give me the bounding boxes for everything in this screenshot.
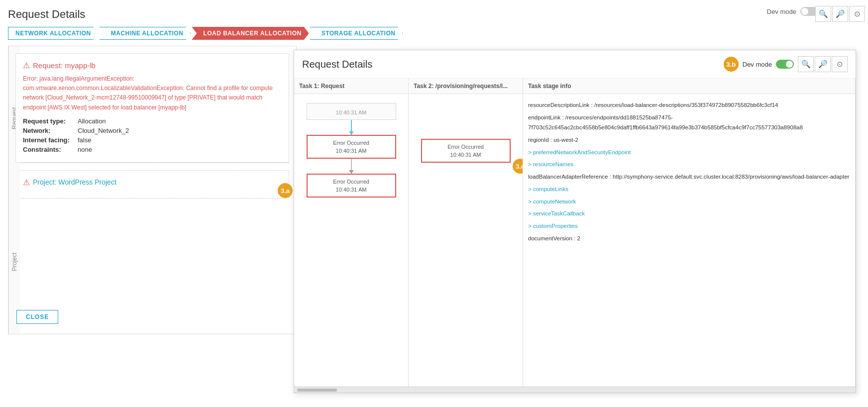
request-section: 3.a ⚠ Request: myapp-lb Error: java.lang… bbox=[15, 53, 289, 163]
info-internet-facing: Internet facing: false bbox=[23, 136, 282, 144]
task2-flow: 3.c Error Occurred 10:40:31 AM bbox=[409, 134, 523, 168]
breadcrumb-loadbalancer[interactable]: LOAD BALANCER ALLOCATION bbox=[192, 27, 309, 40]
page-title: Request Details bbox=[8, 8, 860, 21]
section-divider bbox=[15, 163, 289, 163]
task1-box1-title: Error Occurred bbox=[313, 140, 390, 146]
task1-box-0[interactable]: 10:40:31 AM bbox=[307, 103, 396, 120]
overlay-dev-mode-toggle[interactable] bbox=[776, 60, 794, 69]
overlay-zoom-fit-button[interactable]: 🔎 bbox=[815, 56, 831, 72]
stage-line-1: endpointLink : /resources/endpoints/dd18… bbox=[528, 111, 850, 134]
task1-box2-title: Error Occurred bbox=[313, 179, 390, 185]
stage-expandable-2[interactable]: computeLinks bbox=[528, 183, 850, 196]
overlay-body: Task 1: Request 10:40:31 AM Error Occurr… bbox=[294, 79, 856, 387]
info-network: Network: Cloud_Network_2 bbox=[23, 127, 282, 134]
breadcrumb-storage[interactable]: STORAGE ALLOCATION bbox=[310, 27, 403, 40]
task-col-1-header: Task 1: Request bbox=[294, 79, 408, 94]
error-text: Error: java.lang.IllegalArgumentExceptio… bbox=[23, 74, 282, 112]
stage-line-2: regionId : us-west-2 bbox=[528, 134, 850, 146]
task-stage-info: resourceDescriptionLink : /resources/loa… bbox=[528, 99, 850, 244]
zoom-buttons: 🔍 🔎 ⊙ bbox=[815, 6, 865, 22]
stage-expandable-1[interactable]: resourceNames bbox=[528, 158, 850, 171]
task2-box-0[interactable]: Error Occurred 10:40:31 AM bbox=[421, 139, 511, 163]
left-panel: Request Project 3.a ⚠ Request: myapp-lb … bbox=[8, 46, 297, 334]
request-info-table: Request type: Allocation Network: Cloud_… bbox=[23, 117, 282, 153]
task2-box0-title: Error Occurred bbox=[427, 144, 505, 150]
request-title: ⚠ Request: myapp-lb bbox=[23, 61, 282, 70]
overlay-hscroll[interactable] bbox=[294, 387, 856, 393]
annotation-3b-badge: 3.b bbox=[724, 57, 739, 72]
overlay-header: Request Details 3.b Dev mode 🔍 🔎 ⊙ bbox=[294, 50, 856, 79]
stage-line-0: resourceDescriptionLink : /resources/loa… bbox=[528, 99, 850, 111]
task1-arrow2 bbox=[351, 159, 352, 174]
task1-box0-time: 10:40:31 AM bbox=[312, 109, 391, 115]
dev-mode-label: Dev mode bbox=[767, 8, 796, 15]
overlay-dev-row: 3.b Dev mode 🔍 🔎 ⊙ bbox=[724, 56, 848, 72]
task1-flow: 10:40:31 AM Error Occurred 10:40:31 AM E… bbox=[294, 94, 408, 203]
overlay-zoom-in-button[interactable]: 🔍 bbox=[798, 56, 814, 72]
info-constraints: Constraints: none bbox=[23, 146, 282, 153]
task2-box0-time: 10:40:31 AM bbox=[427, 152, 505, 158]
zoom-in-button[interactable]: 🔍 bbox=[815, 6, 831, 22]
stage-expandable-4[interactable]: serviceTaskCallback bbox=[528, 207, 850, 220]
toggle-knob bbox=[801, 8, 808, 15]
task-stage-info-col: Task stage info resourceDescriptionLink … bbox=[523, 79, 856, 387]
task-stage-header: Task stage info bbox=[523, 79, 855, 94]
overlay-zoom-buttons: 🔍 🔎 ⊙ bbox=[798, 56, 848, 72]
outer-page: Request Details NETWORK ALLOCATION MACHI… bbox=[0, 0, 868, 407]
breadcrumb-row: NETWORK ALLOCATION MACHINE ALLOCATION LO… bbox=[8, 27, 860, 40]
breadcrumb-network[interactable]: NETWORK ALLOCATION bbox=[8, 27, 99, 40]
error-icon: ⚠ bbox=[23, 61, 30, 70]
annotation-3c-badge: 3.c bbox=[513, 159, 523, 174]
task1-box-2[interactable]: Error Occurred 10:40:31 AM bbox=[307, 174, 396, 198]
task1-box2-time: 10:40:31 AM bbox=[313, 187, 390, 193]
project-error-icon: ⚠ bbox=[23, 178, 30, 187]
overlay-toggle-knob bbox=[786, 61, 793, 68]
stage-expandable-3[interactable]: computeNetwork bbox=[528, 196, 850, 208]
zoom-fit-button[interactable]: 🔎 bbox=[832, 6, 848, 22]
info-request-type: Request type: Allocation bbox=[23, 117, 282, 125]
overlay-dev-mode-label: Dev mode bbox=[743, 61, 772, 68]
right-overlay-panel: Request Details 3.b Dev mode 🔍 🔎 ⊙ bbox=[294, 50, 856, 393]
stage-line-5: loadBalancerAdapterReference : http://sy… bbox=[528, 171, 850, 183]
task-col-2-header: Task 2: /provisioning/requests/l... bbox=[409, 79, 523, 94]
stage-expandable-5[interactable]: customProperties bbox=[528, 220, 850, 232]
task-col-1: Task 1: Request 10:40:31 AM Error Occurr… bbox=[294, 79, 409, 387]
zoom-reset-button[interactable]: ⊙ bbox=[849, 6, 865, 22]
stage-expandable-0[interactable]: preferredNetworkAndSecurityEndpoint bbox=[528, 146, 850, 159]
overlay-title: Request Details bbox=[302, 59, 372, 70]
close-button[interactable]: CLOSE bbox=[16, 310, 58, 324]
task1-box-1[interactable]: Error Occurred 10:40:31 AM bbox=[307, 135, 396, 159]
overlay-hscroll-thumb bbox=[297, 389, 337, 392]
task-col-2: Task 2: /provisioning/requests/l... 3.c … bbox=[409, 79, 523, 387]
task1-arrow1 bbox=[351, 120, 352, 135]
overlay-zoom-reset-button[interactable]: ⊙ bbox=[832, 56, 848, 72]
stage-line-10: documentVersion : 2 bbox=[528, 232, 850, 245]
dev-mode-row: Dev mode bbox=[767, 7, 818, 16]
task1-box1-time: 10:40:31 AM bbox=[313, 148, 390, 154]
project-title-row: ⚠ Project: WordPress Project bbox=[23, 178, 282, 187]
annotation-3a-badge: 3.a bbox=[278, 183, 293, 198]
breadcrumb-machine[interactable]: MACHINE ALLOCATION bbox=[100, 27, 191, 40]
project-section: ⚠ Project: WordPress Project bbox=[15, 170, 289, 199]
